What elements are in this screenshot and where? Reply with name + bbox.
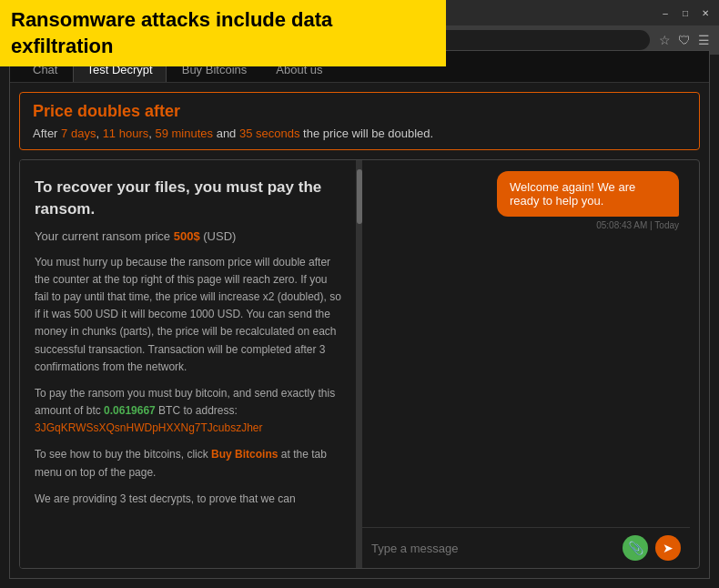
star-icon[interactable]: ☆ (659, 33, 671, 47)
send-button[interactable]: ➤ (655, 535, 681, 561)
minimize-button[interactable]: – (659, 6, 672, 19)
chat-message-input[interactable] (371, 542, 615, 555)
ransom-body-6: We are providing 3 test decrypts, to pro… (35, 491, 341, 508)
ransom-body-2: To pay the ransom you must buy bitcoin, … (35, 385, 341, 438)
countdown-hours: 11 hours (103, 127, 149, 140)
price-doubles-title: Price doubles after (33, 102, 686, 121)
warning-banner: Ransomware attacks include data exfiltra… (0, 0, 446, 66)
ransom-price-line: Your current ransom price 500$ (USD) (35, 229, 341, 243)
price-doubles-banner: Price doubles after After 7 days, 11 hou… (19, 92, 700, 150)
chat-bubble-welcome: Welcome again! We are ready to help you. (497, 171, 679, 217)
btc-amount: 0.0619667 (104, 404, 156, 417)
ransom-illustration: $ (661, 239, 679, 516)
settings-icon[interactable]: ☰ (698, 33, 710, 47)
chat-timestamp: 05:08:43 AM | Today (596, 220, 679, 230)
price-unit: (USD) (200, 229, 237, 243)
countdown-prefix: After (33, 127, 61, 140)
price-label: Your current ransom price (35, 229, 174, 243)
chat-messages: Welcome again! We are ready to help you.… (362, 160, 690, 527)
scroll-thumb[interactable] (357, 169, 362, 224)
countdown-suffix: the price will be doubled. (299, 127, 433, 140)
btc-address[interactable]: 3JGqKRWSsXQsnHWDpHXXNg7TJcubszJher (35, 421, 263, 434)
countdown-minutes: 59 minutes (155, 127, 213, 140)
ransom-body-4: To see how to buy the bitcoins, click Bu… (35, 446, 341, 481)
maximize-button[interactable]: □ (679, 6, 692, 19)
body3-text: BTC to address: (156, 404, 238, 417)
chat-input-area: 📎 ➤ (362, 527, 690, 568)
main-content: To recover your files, you must pay the … (19, 159, 700, 569)
countdown-days-sep: , (96, 127, 102, 140)
ransom-body-1: You must hurry up because the ransom pri… (35, 254, 341, 376)
countdown-seconds: 35 seconds (239, 127, 300, 140)
price-value: 500$ (174, 229, 200, 243)
right-panel: Welcome again! We are ready to help you.… (362, 160, 690, 568)
scroll-indicator[interactable] (357, 160, 362, 568)
countdown-minutes-sep: and (213, 127, 239, 140)
countdown-days: 7 days (61, 127, 96, 140)
price-countdown: After 7 days, 11 hours, 59 minutes and 3… (33, 127, 686, 140)
left-panel: To recover your files, you must pay the … (20, 160, 357, 568)
close-button[interactable]: ✕ (699, 6, 712, 19)
shield-icon[interactable]: 🛡 (678, 33, 691, 47)
body4-text: To see how to buy the bitcoins, click (35, 448, 211, 461)
ransom-headline: To recover your files, you must pay the … (35, 177, 341, 220)
attach-button[interactable]: 📎 (623, 535, 648, 561)
ransom-window: Chat Test Decrypt Buy Bitcoins About us … (9, 50, 710, 579)
buy-bitcoins-link[interactable]: Buy Bitcoins (211, 448, 278, 461)
